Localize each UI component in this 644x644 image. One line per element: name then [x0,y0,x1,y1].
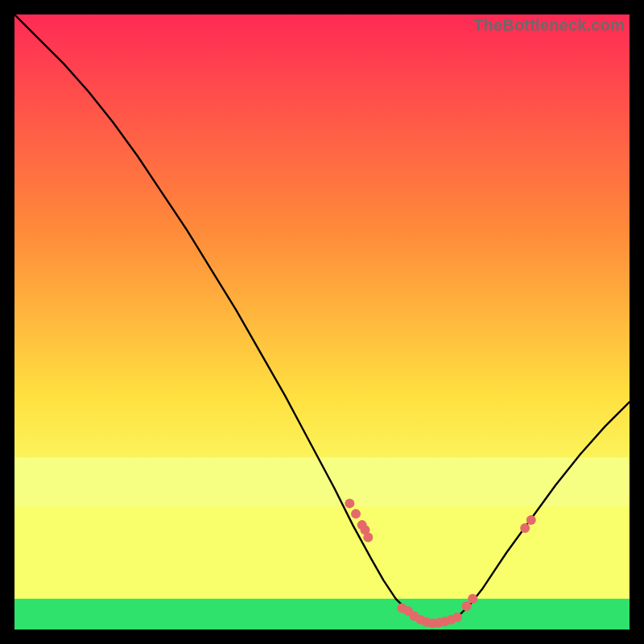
highlight-dot [452,613,462,622]
highlight-dot [363,532,373,542]
highlight-dot [345,498,354,508]
chart-frame: TheBottleneck.com [14,14,630,630]
highlight-dot [462,601,472,611]
highlight-dot [351,509,361,518]
highlight-dot [468,594,477,604]
bottleneck-chart [14,14,630,630]
watermark-text: TheBottleneck.com [473,16,625,35]
plot-area [14,14,630,630]
gradient-background [14,14,630,630]
highlight-dot [520,523,530,533]
highlight-dot [526,515,536,525]
band-green [14,599,630,630]
